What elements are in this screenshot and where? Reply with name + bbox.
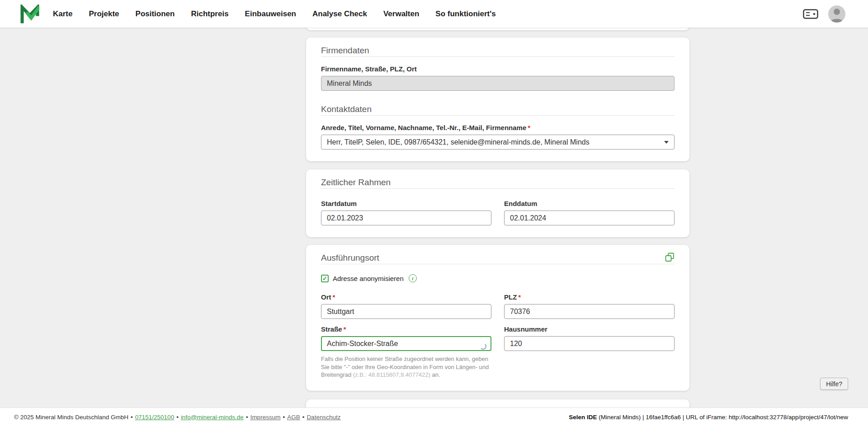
- divider: [321, 115, 675, 116]
- strasse-input[interactable]: [321, 336, 491, 351]
- firmendaten-title: Firmendaten: [321, 45, 675, 56]
- nav-item-einbauweisen[interactable]: Einbauweisen: [245, 9, 296, 19]
- ort-label: Ort*: [321, 293, 491, 301]
- footer-links: © 2025 Mineral Minds Deutschland GmbH • …: [14, 414, 340, 421]
- required-marker: *: [333, 293, 335, 301]
- plz-label: PLZ*: [504, 293, 675, 301]
- copyright-text: © 2025 Mineral Minds Deutschland GmbH: [14, 414, 128, 421]
- server-icon[interactable]: [803, 9, 818, 19]
- form-content: Firmendaten Firmenname, Straße, PLZ, Ort…: [306, 0, 689, 426]
- divider: [321, 264, 675, 264]
- hausnummer-input[interactable]: [504, 336, 675, 351]
- separator: •: [131, 414, 133, 421]
- firmenname-label: Firmenname, Straße, PLZ, Ort: [321, 65, 675, 73]
- zeitraum-card: Zeitlicher Rahmen Startdatum Enddatum: [306, 169, 689, 237]
- required-marker: *: [528, 124, 530, 131]
- nav-item-karte[interactable]: Karte: [53, 9, 72, 19]
- top-navbar: Karte Projekte Positionen Richtpreis Ein…: [0, 0, 868, 28]
- help-button[interactable]: Hilfe?: [820, 378, 848, 390]
- chevron-down-icon: [664, 141, 669, 144]
- nav-item-verwalten[interactable]: Verwalten: [383, 9, 419, 19]
- strasse-label: Straße*: [321, 325, 491, 333]
- nav-item-projekte[interactable]: Projekte: [89, 9, 119, 19]
- enddatum-label: Enddatum: [504, 200, 675, 208]
- firmendaten-card: Firmendaten Firmenname, Straße, PLZ, Ort…: [306, 37, 689, 161]
- check-icon: ✓: [322, 276, 327, 281]
- divider: [321, 188, 675, 189]
- separator: •: [302, 414, 305, 421]
- brand-logo[interactable]: [20, 5, 39, 23]
- user-avatar[interactable]: [828, 5, 845, 23]
- page-footer: © 2025 Mineral Minds Deutschland GmbH • …: [0, 407, 868, 426]
- separator: •: [283, 414, 285, 421]
- kontakt-select[interactable]: Herr, TitelP, Selen, IDE, 0987/654321, s…: [321, 135, 675, 150]
- required-marker: *: [518, 293, 521, 301]
- footer-app-name: Selen IDE: [569, 414, 597, 421]
- loading-spinner-icon: [480, 343, 486, 350]
- divider: [321, 56, 675, 57]
- info-icon[interactable]: i: [409, 274, 417, 282]
- hausnummer-label: Hausnummer: [504, 325, 675, 333]
- ausfuehrungsort-title: Ausführungsort: [321, 252, 379, 264]
- kontaktdaten-title: Kontaktdaten: [321, 103, 675, 115]
- footer-agb-link[interactable]: AGB: [287, 414, 300, 421]
- kontakt-label: Anrede, Titel, Vorname, Nachname, Tel.-N…: [321, 124, 675, 132]
- footer-phone-link[interactable]: 07151/250100: [135, 414, 174, 421]
- firmenname-input: [321, 76, 675, 91]
- footer-impressum-link[interactable]: Impressum: [250, 414, 281, 421]
- zeitraum-title: Zeitlicher Rahmen: [321, 177, 675, 188]
- anonymize-checkbox[interactable]: ✓: [321, 275, 329, 282]
- ausfuehrungsort-card: Ausführungsort ✓ Adresse anonymisieren i…: [306, 245, 689, 391]
- kontakt-select-value: Herr, TitelP, Selen, IDE, 0987/654321, s…: [327, 138, 590, 146]
- required-marker: *: [344, 325, 346, 333]
- footer-email-link[interactable]: info@mineral-minds.de: [181, 414, 244, 421]
- separator: •: [176, 414, 179, 421]
- separator: •: [246, 414, 248, 421]
- plz-input[interactable]: [504, 304, 675, 319]
- startdatum-label: Startdatum: [321, 200, 491, 208]
- main-navigation: Karte Projekte Positionen Richtpreis Ein…: [53, 9, 496, 19]
- anonymize-label: Adresse anonymisieren: [333, 275, 404, 282]
- ort-input[interactable]: [321, 304, 491, 319]
- strasse-hint: Falls die Position keiner Straße zugeord…: [321, 355, 491, 379]
- nav-item-so-funktionierts[interactable]: So funktioniert's: [435, 9, 495, 19]
- nav-item-analyse-check[interactable]: Analyse Check: [312, 9, 367, 19]
- nav-item-richtpreis[interactable]: Richtpreis: [191, 9, 228, 19]
- startdatum-input[interactable]: [321, 211, 491, 225]
- nav-item-positionen[interactable]: Positionen: [136, 9, 175, 19]
- enddatum-input[interactable]: [504, 211, 675, 225]
- footer-datenschutz-link[interactable]: Datenschutz: [307, 414, 340, 421]
- footer-debug-info: Selen IDE (Mineral Minds) | 16fae1ffc6a6…: [569, 414, 848, 421]
- copy-icon[interactable]: [665, 253, 675, 264]
